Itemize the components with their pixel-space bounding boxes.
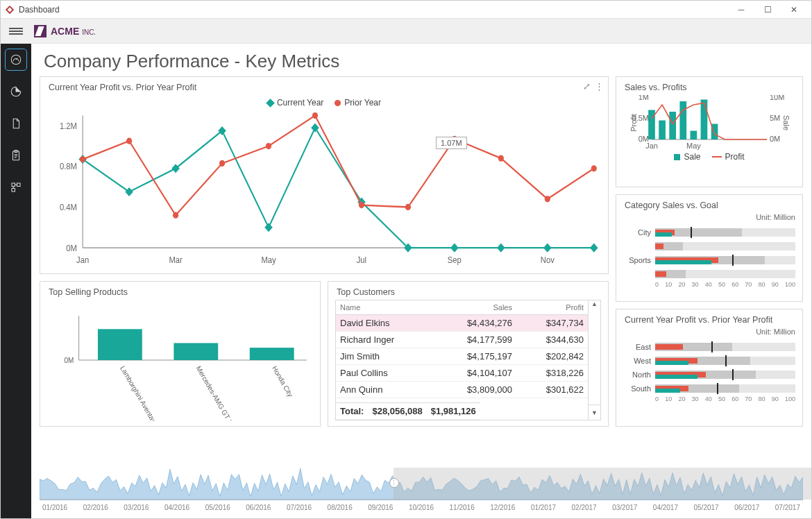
window-title: Dashboard	[19, 5, 60, 15]
table-row[interactable]: Richard Inger$4,177,599$344,630	[336, 332, 588, 348]
brand-name: ACME	[51, 26, 79, 37]
col-profit[interactable]: Profit	[516, 300, 588, 315]
table-row[interactable]: David Elkins$4,434,276$347,734	[336, 315, 588, 332]
legend-marker-prior	[335, 100, 341, 106]
table-row[interactable]: Jim Smith$4,175,197$202,842	[336, 348, 588, 365]
pie-icon	[10, 85, 22, 98]
bullet-track	[655, 343, 795, 351]
brand-suffix: INC.	[82, 28, 96, 36]
svg-rect-78	[174, 343, 218, 360]
chart-top-products[interactable]: 0MLamborghini AventadorMercedes-AMG GT S…	[47, 300, 313, 420]
legend-label-prior: Prior Year	[344, 98, 381, 108]
chart-sales-vs-profits[interactable]: 0M0.5M1M0M5M10MProfitSaleJanMay	[623, 95, 795, 151]
legend-marker-current	[266, 99, 275, 108]
nav-reports[interactable]	[6, 81, 26, 102]
legend-label-current: Current Year	[277, 98, 323, 108]
svg-point-40	[173, 212, 178, 219]
card-category-sales: Category Sales vs. Goal Unit: Million Ci…	[616, 194, 803, 302]
svg-text:May: May	[686, 142, 701, 150]
bullet-row	[623, 242, 795, 250]
svg-rect-30	[264, 223, 273, 232]
svg-rect-35	[497, 244, 505, 253]
svg-text:0M: 0M	[66, 243, 77, 253]
svg-rect-61	[669, 112, 676, 139]
card-region-profit: Current Year Profit vs. Prior Year Profi…	[616, 309, 803, 427]
col-name[interactable]: Name	[336, 300, 433, 315]
scroll-up-icon[interactable]: ▲	[591, 300, 598, 307]
page-title: Company Performance - Key Metrics	[31, 44, 811, 76]
svg-point-48	[545, 196, 550, 202]
tooltip: 1.07M	[436, 137, 467, 149]
total-sales: $28,056,088	[368, 403, 426, 420]
table-scrollbar[interactable]: ▲	[588, 300, 600, 405]
bullet-row: East	[623, 343, 795, 351]
bullet-chart-region[interactable]: East West North South	[616, 336, 802, 426]
card-title: Sales vs. Profits	[616, 77, 802, 95]
card-title: Top Selling Products	[40, 282, 320, 300]
svg-point-38	[80, 156, 85, 162]
clipboard-icon	[10, 149, 22, 162]
svg-rect-76	[98, 329, 142, 360]
kebab-icon[interactable]: ⋮	[595, 81, 604, 92]
timeline-selection[interactable]	[394, 468, 812, 500]
nav-dashboard[interactable]	[6, 49, 26, 70]
bullet-label: East	[623, 343, 651, 351]
window-maximize[interactable]: ☐	[754, 2, 781, 17]
bullet-row: North	[623, 371, 795, 379]
bullet-track	[655, 371, 795, 379]
table-dropdown-icon[interactable]: ▼	[588, 405, 600, 420]
sidebar	[1, 44, 31, 518]
bullet-track	[655, 228, 795, 237]
card-profit-vs-prior: Current Year Profit vs. Prior Year Profi…	[40, 76, 609, 274]
svg-text:Sale: Sale	[782, 115, 790, 130]
card-top-customers: Top Customers Name Sales Profit David El…	[328, 281, 609, 427]
card-sales-vs-profits: Sales vs. Profits 0M0.5M1M0M5M10MProfitS…	[616, 76, 803, 187]
bullet-track	[655, 242, 795, 250]
svg-rect-27	[125, 187, 133, 196]
nav-clipboard[interactable]	[6, 145, 26, 166]
table-row[interactable]: Ann Quinn$3,809,000$301,622	[336, 382, 588, 398]
svg-rect-9	[12, 183, 15, 187]
bullet-axis: 0102030405060708090100	[655, 395, 795, 402]
expand-icon[interactable]: ⤢	[583, 81, 591, 92]
svg-text:0.4M: 0.4M	[60, 202, 77, 212]
timeline-range-selector[interactable]: ⋮ ⋮ 01/201602/201603/201604/201605/20160…	[31, 463, 811, 518]
bullet-row: West	[623, 357, 795, 365]
bullet-row: Sports	[623, 256, 795, 264]
window-close[interactable]: ✕	[781, 2, 807, 17]
customers-table[interactable]: Name Sales Profit David Elkins$4,434,276…	[336, 300, 588, 398]
modules-icon	[10, 181, 22, 194]
bullet-chart-category[interactable]: City Sports	[616, 221, 802, 301]
col-sales[interactable]: Sales	[433, 300, 516, 315]
bullet-row: South	[623, 384, 795, 393]
svg-text:Honda City: Honda City	[271, 364, 294, 398]
svg-rect-36	[543, 244, 552, 253]
legend-label-profit: Profit	[725, 152, 745, 162]
chart-profit-vs-prior[interactable]: 0M0.4M0.8M1.2MJanMarMayJulSepNov	[47, 108, 601, 268]
legend-label-sale: Sale	[684, 152, 700, 162]
svg-point-47	[498, 155, 504, 162]
bullet-label: Sports	[623, 256, 651, 264]
svg-point-49	[591, 165, 597, 171]
svg-point-42	[266, 143, 271, 149]
svg-text:10M: 10M	[770, 95, 784, 101]
bullet-track	[655, 270, 795, 278]
bullet-track	[655, 357, 795, 365]
table-row[interactable]: Paul Collins$4,104,107$318,226	[336, 365, 588, 382]
window-minimize[interactable]: ─	[728, 2, 754, 17]
card-title: Current Year Profit vs. Prior Year Profi…	[40, 77, 608, 95]
timeline-handle-left[interactable]: ⋮	[389, 478, 399, 488]
svg-rect-34	[450, 244, 459, 253]
nav-documents[interactable]	[6, 113, 26, 134]
bullet-track	[655, 384, 795, 393]
nav-modules[interactable]	[6, 177, 26, 198]
svg-text:0M: 0M	[770, 135, 780, 143]
hamburger-menu-icon[interactable]	[9, 26, 23, 36]
svg-rect-63	[691, 131, 697, 140]
legend-marker-profit	[712, 156, 722, 158]
unit-label: Unit: Million	[616, 327, 802, 336]
app-icon	[5, 5, 15, 15]
svg-rect-62	[679, 101, 686, 139]
legend: Current Year Prior Year	[40, 98, 608, 108]
bullet-label: South	[623, 384, 651, 393]
